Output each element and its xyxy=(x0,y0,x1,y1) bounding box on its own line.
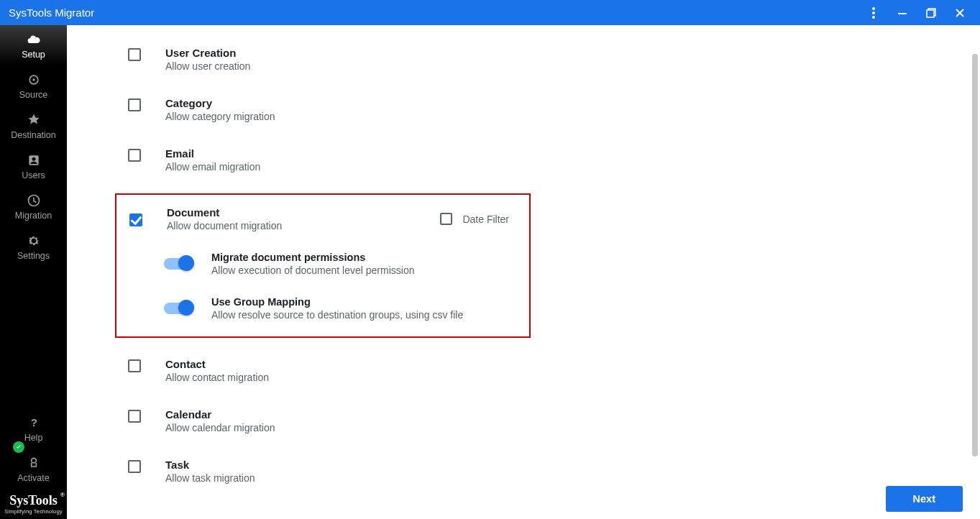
checkbox-user-creation[interactable] xyxy=(128,48,141,61)
option-task: Task Allow task migration xyxy=(128,459,941,484)
title-bar: SysTools Migrator xyxy=(0,0,980,25)
sub-title: Migrate document permissions xyxy=(211,252,414,263)
option-desc: Allow user creation xyxy=(165,60,250,72)
scrollbar[interactable] xyxy=(971,25,978,519)
sub-desc: Allow resolve source to destination grou… xyxy=(211,309,463,321)
source-icon xyxy=(27,73,41,87)
next-button[interactable]: Next xyxy=(886,486,963,512)
checkbox-email[interactable] xyxy=(128,149,141,162)
scrollbar-thumb[interactable] xyxy=(972,54,978,456)
option-desc: Allow task migration xyxy=(165,472,255,484)
sidebar-item-activate[interactable]: Activate xyxy=(0,449,67,489)
option-desc: Allow contact migration xyxy=(165,372,269,383)
sidebar-item-label: Migration xyxy=(15,211,52,221)
main-panel: User Creation Allow user creation Catego… xyxy=(67,25,980,519)
workload-options: User Creation Allow user creation Catego… xyxy=(67,25,970,519)
activate-icon xyxy=(27,456,41,470)
option-document-highlight: Document Allow document migration Date F… xyxy=(115,193,531,338)
sidebar-item-users[interactable]: Users xyxy=(0,146,67,186)
migration-icon xyxy=(27,193,41,208)
sub-option-group-mapping: Use Group Mapping Allow resolve source t… xyxy=(164,296,516,321)
checkbox-category[interactable] xyxy=(128,98,141,111)
svg-rect-3 xyxy=(898,13,907,14)
svg-point-2 xyxy=(872,16,875,19)
checkbox-contact[interactable] xyxy=(128,359,141,372)
toggle-group-mapping[interactable] xyxy=(164,303,191,314)
sidebar-item-label: Setup xyxy=(22,50,45,60)
minimize-icon[interactable] xyxy=(888,0,917,25)
option-title: Document xyxy=(167,206,282,219)
kebab-menu-icon[interactable] xyxy=(859,0,888,25)
option-calendar: Calendar Allow calendar migration xyxy=(128,408,941,433)
activate-status-badge xyxy=(13,441,24,453)
option-user-creation: User Creation Allow user creation xyxy=(128,47,941,72)
svg-point-9 xyxy=(32,78,35,81)
svg-point-14 xyxy=(31,458,36,463)
option-email: Email Allow email migration xyxy=(128,147,941,173)
option-desc: Allow document migration xyxy=(167,220,282,231)
sidebar-item-label: Destination xyxy=(11,130,56,140)
destination-icon xyxy=(27,113,41,127)
app-body: Setup Source Destination Users Migration… xyxy=(0,25,980,519)
sidebar-item-label: Help xyxy=(24,433,43,443)
checkbox-task[interactable] xyxy=(128,460,141,473)
option-title: Task xyxy=(165,459,255,471)
sub-title: Use Group Mapping xyxy=(211,296,463,308)
cloud-icon xyxy=(27,32,41,47)
app-title: SysTools Migrator xyxy=(9,6,94,19)
option-title: Calendar xyxy=(165,408,275,421)
option-document: Document Allow document migration Date F… xyxy=(129,206,516,231)
option-desc: Allow email migration xyxy=(165,161,260,173)
brand-logo: SysTools Simplifying Technology xyxy=(0,489,67,519)
option-desc: Allow calendar migration xyxy=(165,422,275,433)
checkbox-date-filter[interactable] xyxy=(440,213,452,225)
sidebar-item-destination[interactable]: Destination xyxy=(0,106,67,146)
checkbox-calendar[interactable] xyxy=(128,410,141,423)
sidebar: Setup Source Destination Users Migration… xyxy=(0,25,67,519)
sidebar-item-help[interactable]: ? Help xyxy=(0,408,67,449)
close-icon[interactable] xyxy=(945,0,974,25)
sidebar-item-migration[interactable]: Migration xyxy=(0,186,67,226)
option-title: Category xyxy=(165,97,275,109)
footer-actions: Next xyxy=(886,486,963,512)
toggle-knob xyxy=(178,300,194,316)
toggle-migrate-permissions[interactable] xyxy=(164,258,191,270)
toggle-knob xyxy=(178,255,194,271)
date-filter-label: Date Filter xyxy=(462,213,509,225)
checkbox-document[interactable] xyxy=(129,213,142,226)
svg-point-0 xyxy=(872,7,875,10)
option-category: Category Allow category migration xyxy=(128,97,941,122)
help-icon: ? xyxy=(27,415,41,430)
option-title: Contact xyxy=(165,358,269,370)
maximize-icon[interactable] xyxy=(917,0,945,25)
svg-point-1 xyxy=(872,12,875,14)
svg-point-11 xyxy=(32,157,35,161)
sidebar-item-settings[interactable]: Settings xyxy=(0,226,67,267)
logo-tagline: Simplifying Technology xyxy=(0,508,67,515)
gear-icon xyxy=(27,234,41,248)
option-contact: Contact Allow contact migration xyxy=(128,358,941,383)
svg-text:?: ? xyxy=(30,416,37,428)
option-title: User Creation xyxy=(165,47,250,59)
sidebar-item-label: Activate xyxy=(17,473,49,483)
svg-rect-5 xyxy=(927,10,934,17)
sidebar-item-label: Source xyxy=(19,90,48,100)
sidebar-item-source[interactable]: Source xyxy=(0,65,67,106)
sidebar-item-setup[interactable]: Setup xyxy=(0,25,67,65)
option-title: Email xyxy=(165,147,260,160)
option-desc: Allow category migration xyxy=(165,111,275,122)
sidebar-item-label: Settings xyxy=(17,251,50,261)
sub-desc: Allow execution of document level permis… xyxy=(211,265,414,276)
users-icon xyxy=(27,153,41,167)
sub-option-permissions: Migrate document permissions Allow execu… xyxy=(164,252,516,276)
sidebar-item-label: Users xyxy=(22,170,45,180)
logo-text: SysTools xyxy=(9,493,57,508)
date-filter-group: Date Filter xyxy=(440,213,516,225)
